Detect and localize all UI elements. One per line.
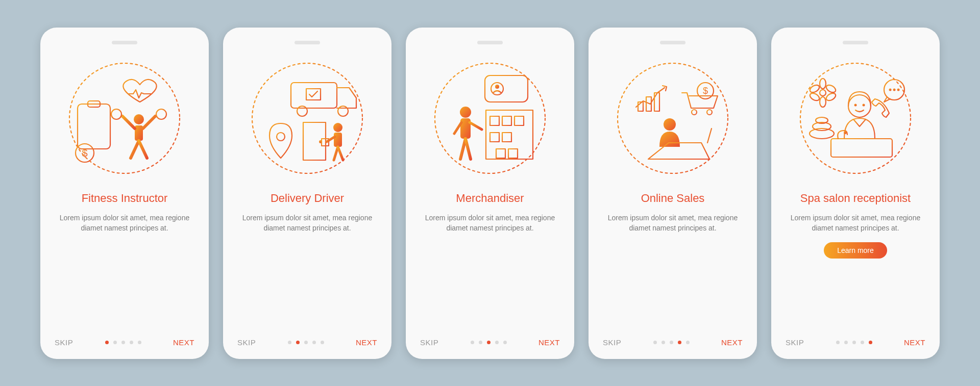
learn-more-button[interactable]: Learn more <box>824 242 887 259</box>
svg-point-72 <box>820 90 826 96</box>
onboarding-screen: $ Online Sales Lorem ipsum dolor sit ame… <box>589 28 757 359</box>
merchandiser-icon <box>420 55 560 182</box>
svg-point-67 <box>707 110 712 115</box>
svg-point-18 <box>252 63 362 173</box>
screen-title: Online Sales <box>603 191 743 205</box>
delivery-driver-icon <box>237 55 377 182</box>
svg-point-38 <box>495 85 499 89</box>
svg-line-11 <box>131 141 139 158</box>
dot <box>503 341 507 344</box>
onboarding-screen: Merchandiser Lorem ipsum dolor sit amet,… <box>406 28 574 359</box>
svg-point-26 <box>277 133 285 141</box>
next-button[interactable]: NEXT <box>904 338 925 347</box>
page-indicator <box>288 341 324 344</box>
svg-rect-52 <box>502 116 511 125</box>
next-button[interactable]: NEXT <box>721 338 743 347</box>
screen-title: Delivery Driver <box>237 191 377 205</box>
dot <box>686 341 690 344</box>
svg-rect-48 <box>486 110 533 159</box>
svg-line-32 <box>338 147 343 160</box>
spa-receptionist-icon <box>786 55 925 182</box>
dot <box>861 341 864 344</box>
svg-line-47 <box>454 122 461 134</box>
dot <box>321 341 324 344</box>
svg-point-75 <box>808 83 820 93</box>
dot <box>113 341 117 344</box>
dot <box>471 341 474 344</box>
dot <box>670 341 673 344</box>
svg-rect-30 <box>334 133 342 147</box>
svg-point-76 <box>825 83 837 93</box>
svg-point-9 <box>134 114 144 124</box>
svg-point-90 <box>897 88 900 91</box>
phone-speaker <box>843 41 868 44</box>
svg-point-68 <box>664 118 676 131</box>
page-indicator <box>471 341 507 344</box>
online-sales-icon: $ <box>603 55 743 182</box>
dot <box>105 341 109 344</box>
page-indicator <box>105 341 141 344</box>
svg-point-89 <box>893 88 896 91</box>
skip-button[interactable]: SKIP <box>603 338 621 347</box>
svg-point-74 <box>820 97 826 107</box>
screen-title: Spa salon receptionist <box>786 191 925 205</box>
svg-point-73 <box>820 79 826 89</box>
skip-button[interactable]: SKIP <box>237 338 256 347</box>
skip-button[interactable]: SKIP <box>420 338 438 347</box>
screen-description: Lorem ipsum dolor sit amet, mea regione … <box>786 213 925 234</box>
phone-speaker <box>112 41 137 44</box>
page-indicator <box>653 341 690 344</box>
dot <box>653 341 657 344</box>
screen-description: Lorem ipsum dolor sit amet, mea regione … <box>420 213 560 234</box>
svg-rect-57 <box>508 149 518 158</box>
screen-title: Fitness Instructor <box>55 191 194 205</box>
dot <box>662 341 665 344</box>
svg-point-58 <box>618 63 728 173</box>
next-button[interactable]: NEXT <box>538 338 560 347</box>
svg-line-13 <box>122 116 135 128</box>
phone-speaker <box>477 41 503 44</box>
dot <box>312 341 316 344</box>
svg-rect-55 <box>502 133 511 142</box>
next-button[interactable]: NEXT <box>173 338 194 347</box>
skip-button[interactable]: SKIP <box>786 338 804 347</box>
svg-point-83 <box>854 104 857 106</box>
svg-point-82 <box>848 95 871 117</box>
dot <box>288 341 291 344</box>
svg-line-45 <box>465 139 471 159</box>
next-button[interactable]: NEXT <box>356 338 377 347</box>
svg-point-86 <box>844 131 847 134</box>
dot <box>138 341 141 344</box>
svg-point-84 <box>863 104 865 106</box>
onboarding-screen: Delivery Driver Lorem ipsum dolor sit am… <box>223 28 391 359</box>
screen-title: Merchandiser <box>420 191 560 205</box>
dot <box>479 341 482 344</box>
svg-rect-51 <box>490 116 499 125</box>
dot <box>304 341 308 344</box>
svg-text:$: $ <box>703 86 708 96</box>
skip-button[interactable]: SKIP <box>55 338 73 347</box>
dot <box>678 341 681 344</box>
svg-rect-56 <box>496 149 505 158</box>
dot <box>130 341 133 344</box>
dot <box>495 341 499 344</box>
dot <box>487 341 491 344</box>
svg-rect-85 <box>831 139 892 157</box>
svg-line-31 <box>334 147 338 160</box>
dot <box>121 341 125 344</box>
svg-point-77 <box>808 91 820 101</box>
onboarding-screen: Spa salon receptionist Lorem ipsum dolor… <box>771 28 940 359</box>
svg-point-78 <box>825 91 837 101</box>
screen-description: Lorem ipsum dolor sit amet, mea regione … <box>237 213 377 234</box>
svg-line-14 <box>143 116 155 128</box>
svg-point-88 <box>889 88 892 91</box>
onboarding-screen: $ Fitness Instructor Lorem ipsum dolor s… <box>40 28 209 359</box>
screen-description: Lorem ipsum dolor sit amet, mea regione … <box>603 213 743 234</box>
dot <box>844 341 848 344</box>
svg-line-12 <box>139 141 147 158</box>
svg-point-66 <box>692 110 697 115</box>
screen-description: Lorem ipsum dolor sit amet, mea regione … <box>55 213 194 234</box>
phone-speaker <box>295 41 320 44</box>
dot <box>869 341 872 344</box>
svg-rect-54 <box>490 133 499 142</box>
